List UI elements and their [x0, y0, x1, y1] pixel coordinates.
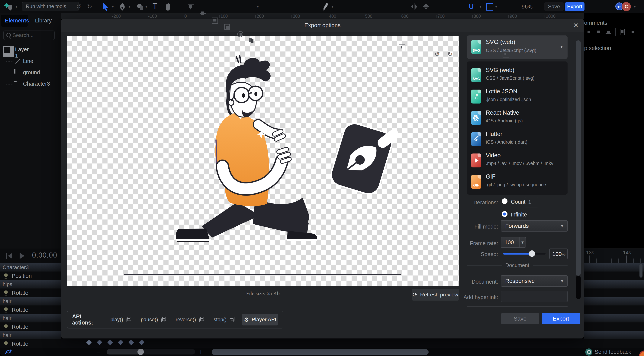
modal-save-button[interactable]: Save	[501, 313, 539, 324]
keyframe-pin[interactable]	[107, 339, 113, 345]
speed-input[interactable]: 100 %	[549, 249, 568, 259]
free-transform-icon[interactable]	[398, 44, 405, 51]
count-input[interactable]: 1	[525, 197, 538, 207]
shape-tool-icon[interactable]	[136, 3, 144, 11]
timeline-lane[interactable]	[584, 331, 644, 339]
infinite-label[interactable]: Infinite	[511, 212, 527, 218]
copy-icon[interactable]	[126, 317, 131, 322]
keyframe-pin[interactable]	[97, 339, 102, 345]
timeline-lane[interactable]	[584, 339, 644, 348]
playhead-line[interactable]	[96, 338, 96, 347]
timeline-row-rotate[interactable]: Rotate	[0, 322, 61, 331]
project-title-input[interactable]	[22, 2, 79, 11]
text-tool-icon[interactable]: T	[152, 2, 158, 11]
player-api-button[interactable]: ⚙ Player API	[242, 314, 278, 325]
rotate-ccw-90-icon[interactable]: ↺	[433, 48, 442, 61]
fit-to-screen-icon[interactable]	[502, 51, 509, 58]
copy-icon[interactable]	[230, 317, 234, 322]
timeline-row-position[interactable]: Position	[0, 272, 61, 280]
timeline-hscrollbar[interactable]	[212, 349, 428, 355]
zoom-out-icon[interactable]: −	[514, 54, 520, 68]
close-icon[interactable]: ×	[574, 20, 578, 31]
timeline-row-rotate[interactable]: Rotate	[0, 288, 61, 297]
format-option-flutter[interactable]: FlutteriOS / Android (.dart)	[467, 129, 568, 150]
align-middle-icon[interactable]	[199, 10, 206, 17]
format-option-svg[interactable]: SVGSVG (web)CSS / JavaScript (.svg)	[467, 65, 568, 86]
timeline-zoom-in-icon[interactable]: +	[199, 348, 203, 356]
flip-horizontal-icon[interactable]	[411, 4, 418, 11]
fill-mode-select[interactable]: Forwards ▾	[501, 220, 568, 232]
layers-icon[interactable]	[248, 37, 255, 44]
feedback-icon[interactable]	[585, 348, 592, 355]
timeline-row-rotate[interactable]: Rotate	[0, 339, 61, 348]
app-logo-icon[interactable]	[4, 2, 13, 12]
draw-mode-caret[interactable]: ▾	[332, 0, 333, 13]
hand-tool-icon[interactable]	[164, 3, 172, 12]
group-transform-icon[interactable]	[224, 24, 230, 30]
keyframe-property-icon[interactable]	[4, 324, 8, 328]
keyframe-property-icon[interactable]	[4, 307, 8, 311]
timeline-lane[interactable]	[584, 305, 644, 314]
save-button[interactable]: Save	[544, 2, 564, 11]
timeline-lane[interactable]	[584, 280, 644, 288]
tab-elements[interactable]: Elements	[5, 14, 29, 27]
pen-tool-icon[interactable]	[119, 3, 126, 12]
keyframe-property-icon[interactable]	[4, 290, 8, 294]
format-option-lottie[interactable]: ℓLottie JSON.json / optimized .json	[467, 86, 568, 107]
zoom-level[interactable]: 96%	[522, 0, 532, 13]
arrange-caret[interactable]: ▾	[257, 0, 259, 13]
tab-library[interactable]: Library	[35, 14, 52, 27]
align-top-icon[interactable]	[187, 3, 194, 10]
account-caret[interactable]: ▾	[634, 0, 636, 13]
keyframe-pin[interactable]	[139, 339, 144, 345]
format-option-react[interactable]: React NativeiOS / Android (.js)	[467, 107, 568, 129]
document-select[interactable]: Responsive ▾	[501, 275, 568, 287]
shape-tool-caret[interactable]: ▾	[145, 0, 147, 13]
format-option-video[interactable]: Video.mp4 / .avi / .mov / .webm / .mkv	[467, 150, 568, 171]
keyframe-property-icon[interactable]	[4, 341, 8, 345]
logo-menu-caret[interactable]: ▾	[16, 0, 17, 13]
keyframe-pin[interactable]	[118, 339, 124, 345]
timeline-lane[interactable]	[584, 297, 644, 305]
timeline-row-character3[interactable]: Character3	[0, 263, 61, 272]
modal-export-button[interactable]: Export	[542, 313, 580, 324]
rotate-shape-icon[interactable]	[236, 30, 243, 37]
count-label[interactable]: Count	[511, 199, 525, 205]
rotate-cw-90-icon[interactable]: ↻	[446, 48, 454, 61]
tree-item-character3[interactable]: Character3	[4, 78, 4, 90]
timeline-seconds-ruler[interactable]: 13s14s	[584, 249, 644, 263]
snapping-caret[interactable]: ▾	[480, 0, 481, 13]
zoom-in-icon[interactable]: +	[535, 54, 541, 68]
timeline-zoom-out-icon[interactable]: −	[96, 348, 100, 356]
timeline-lane[interactable]	[584, 272, 644, 280]
play-icon[interactable]	[20, 253, 24, 259]
timeline-lane[interactable]	[584, 263, 644, 272]
timeline-lane[interactable]	[584, 288, 644, 297]
grid-caret[interactable]: ▾	[495, 0, 497, 13]
undo-icon[interactable]: ↺	[75, 0, 82, 13]
copy-icon[interactable]	[162, 317, 166, 322]
timeline-row-hair[interactable]: hair	[0, 331, 61, 339]
avatar[interactable]: C	[622, 2, 631, 11]
pen-tool-caret[interactable]: ▾	[128, 0, 130, 13]
skip-to-start-icon[interactable]	[8, 253, 12, 259]
draw-mode-icon[interactable]	[322, 2, 329, 12]
frame-rate-select[interactable]: 100 ▾	[501, 237, 526, 248]
copy-icon[interactable]	[200, 317, 204, 322]
timeline-vscrollbar[interactable]	[640, 264, 642, 278]
grid-icon[interactable]	[486, 4, 493, 11]
format-option-gif[interactable]: GIFGIF.gif / .png / .webp / sequence	[467, 171, 568, 193]
count-radio[interactable]	[502, 198, 508, 204]
keyframe-pin[interactable]	[128, 339, 134, 345]
timeline-row-hair[interactable]: hair	[0, 297, 61, 305]
timeline-zoom-handle[interactable]	[138, 349, 144, 355]
infinite-radio[interactable]	[502, 211, 508, 217]
tree-item-ground[interactable]: ground	[4, 67, 4, 78]
timeline-lane[interactable]	[584, 314, 644, 322]
flip-vertical-icon[interactable]	[422, 4, 429, 11]
timeline-row-hair[interactable]: hair	[0, 314, 61, 322]
export-button[interactable]: Export	[565, 2, 584, 11]
timeline-row-rotate[interactable]: Rotate	[0, 305, 61, 314]
loop-playback-icon[interactable]	[4, 349, 12, 355]
snapping-magnet-icon[interactable]: U··	[469, 3, 476, 11]
